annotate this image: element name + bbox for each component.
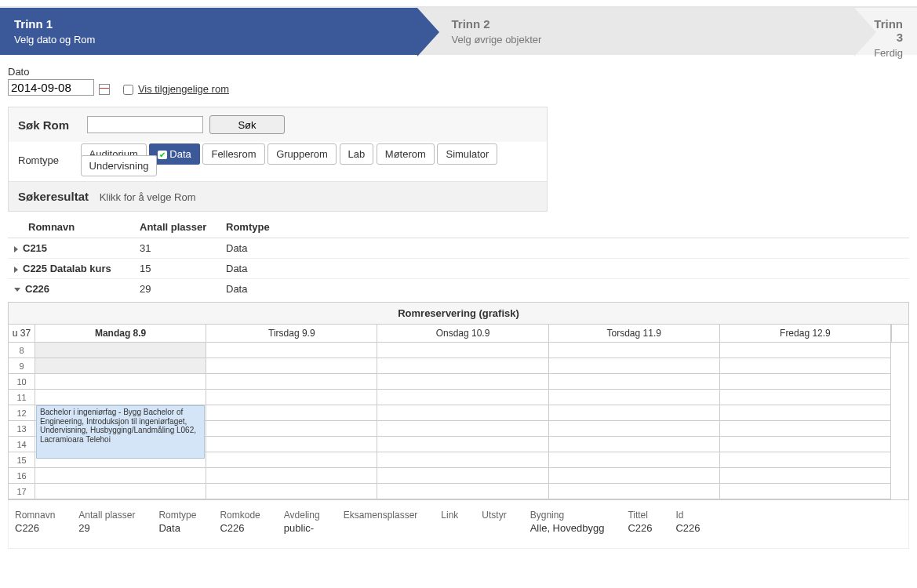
calendar-title: Romreservering (grafisk) (8, 302, 909, 324)
show-available-label[interactable]: Vis tilgjengelige rom (138, 83, 229, 95)
dato-input[interactable] (8, 79, 94, 96)
col-romnavn: Romnavn (8, 216, 133, 238)
day-column[interactable] (720, 343, 891, 499)
hour-label: 16 (9, 468, 35, 484)
romtype-chip-fellesrom[interactable]: Fellesrom (202, 143, 264, 165)
romtype-label: Romtype (18, 154, 76, 166)
chevron-right-icon[interactable] (14, 267, 18, 273)
week-label: u 37 (9, 325, 35, 342)
search-input[interactable] (87, 116, 203, 133)
search-panel: Søk Rom Søk Romtype Auditorium Data Fell… (8, 107, 548, 212)
room-details: RomnavnC226 Antall plasser29 RomtypeData… (8, 500, 909, 549)
hour-label: 13 (9, 421, 35, 437)
step-1: Trinn 1 Velg dato og Rom (0, 8, 417, 55)
table-row[interactable]: C21531Data (8, 238, 909, 259)
table-row[interactable]: C22629Data (8, 279, 909, 299)
calendar-icon[interactable] (99, 84, 110, 95)
hour-label: 12 (9, 405, 35, 421)
chevron-down-icon[interactable] (14, 288, 20, 292)
dato-label: Dato (8, 66, 909, 78)
day-header[interactable]: Torsdag 11.9 (549, 325, 720, 342)
results-header: Søkeresultat (18, 190, 89, 203)
romtype-chip-simulator[interactable]: Simulator (437, 143, 497, 165)
search-label: Søk Rom (18, 118, 81, 132)
step-2[interactable]: Trinn 2 Velg øvrige objekter (417, 8, 855, 55)
calendar-event[interactable]: Bachelor i ingeniørfag - Bygg Bachelor o… (36, 405, 205, 459)
hour-label: 10 (9, 374, 35, 390)
step-2-title: Trinn 2 (452, 17, 841, 31)
search-button[interactable]: Søk (209, 115, 285, 134)
step-1-title: Trinn 1 (14, 17, 403, 31)
hour-label: 11 (9, 390, 35, 405)
day-column[interactable] (206, 343, 377, 499)
table-row[interactable]: C225 Datalab kurs15Data (8, 259, 909, 279)
step-2-sub: Velg øvrige objekter (452, 34, 841, 45)
step-1-sub: Velg dato og Rom (14, 34, 403, 45)
romtype-chip-lab[interactable]: Lab (340, 143, 374, 165)
romtype-chip-grupperom[interactable]: Grupperom (267, 143, 337, 165)
col-plasser: Antall plasser (133, 216, 220, 238)
show-available-checkbox[interactable] (123, 85, 133, 95)
hour-label: 15 (9, 452, 35, 468)
day-header[interactable]: Fredag 12.9 (720, 325, 891, 342)
calendar: u 37 Mandag 8.9Tirsdag 9.9Onsdag 10.9Tor… (8, 324, 909, 500)
col-romtype: Romtype (220, 216, 909, 238)
romtype-row: Romtype Auditorium Data Fellesrom Gruppe… (9, 142, 547, 181)
romtype-chip-data[interactable]: Data (149, 143, 199, 165)
romtype-chip-møterom[interactable]: Møterom (377, 143, 435, 165)
day-column[interactable]: Bachelor i ingeniørfag - Bygg Bachelor o… (35, 343, 206, 499)
chevron-right-icon[interactable] (14, 246, 18, 252)
day-column[interactable] (377, 343, 548, 499)
hour-label: 9 (9, 358, 35, 374)
results-hint: Klikk for å velge Rom (100, 191, 196, 203)
hour-label: 17 (9, 484, 35, 499)
day-header[interactable]: Tirsdag 9.9 (206, 325, 377, 342)
day-column[interactable] (549, 343, 720, 499)
day-header[interactable]: Onsdag 10.9 (377, 325, 548, 342)
hour-label: 14 (9, 437, 35, 452)
hour-label: 8 (9, 343, 35, 358)
romtype-chip-undervisning[interactable]: Undervisning (81, 155, 158, 176)
results-table: Romnavn Antall plasser Romtype C21531Dat… (8, 216, 909, 299)
day-header[interactable]: Mandag 8.9 (35, 325, 206, 342)
step-wizard: Trinn 1 Velg dato og Rom Trinn 2 Velg øv… (0, 6, 917, 55)
